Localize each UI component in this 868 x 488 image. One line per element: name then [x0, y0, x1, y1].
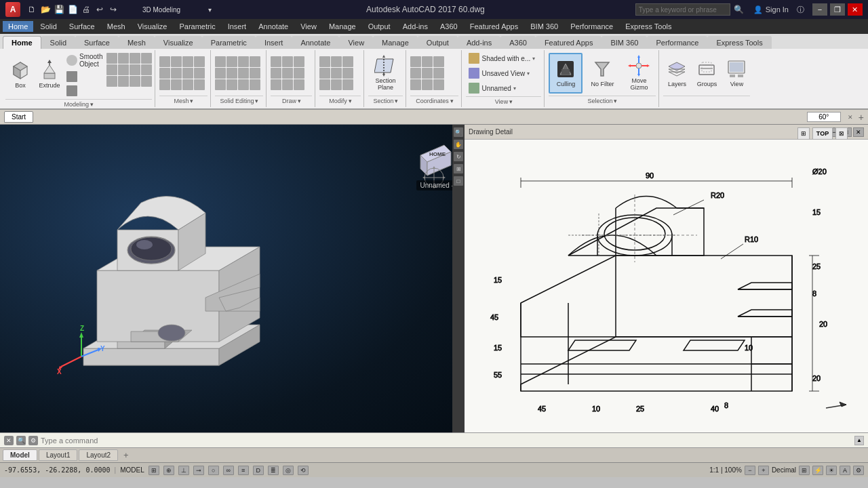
solid-editing-label[interactable]: Solid Editing ▾: [215, 96, 263, 106]
print-button[interactable]: 🖨: [80, 3, 92, 16]
tab-performance[interactable]: Performance: [647, 36, 707, 49]
menu-output[interactable]: Output: [363, 21, 396, 32]
tab-surface[interactable]: Surface: [75, 36, 119, 49]
snap-toggle[interactable]: ⊕: [163, 466, 174, 475]
menu-manage[interactable]: Manage: [323, 21, 361, 32]
mesh-btn-3[interactable]: [182, 56, 193, 67]
annotate-scale[interactable]: A: [840, 466, 850, 475]
drawing-top-label[interactable]: TOP: [812, 127, 833, 140]
shaded-view-button[interactable]: Shaded with e... ▾: [466, 52, 540, 65]
tab-output[interactable]: Output: [418, 36, 458, 49]
se-btn-1[interactable]: [215, 56, 226, 67]
otrack-toggle[interactable]: ∞: [223, 466, 234, 475]
saveas-button[interactable]: 📄: [66, 3, 79, 16]
menu-performance[interactable]: Performance: [565, 21, 618, 32]
redo-button[interactable]: ↪: [107, 3, 119, 16]
se-btn-6[interactable]: [226, 68, 237, 79]
menu-a360[interactable]: A360: [435, 21, 463, 32]
undo-button[interactable]: ↩: [94, 3, 106, 16]
move-gizmo-button[interactable]: MoveGizmo: [622, 53, 656, 94]
menu-surface[interactable]: Surface: [64, 21, 100, 32]
unnamed-dropdown[interactable]: ▾: [513, 85, 516, 92]
tab-addins[interactable]: Add-ins: [458, 36, 500, 49]
command-input[interactable]: [41, 436, 852, 445]
se-btn-11[interactable]: [238, 79, 249, 90]
hardware-icon[interactable]: ⚡: [812, 466, 823, 475]
mod-btn-7[interactable]: [319, 79, 330, 90]
se-btn-12[interactable]: [250, 79, 260, 90]
coord-btn-7[interactable]: [410, 79, 421, 90]
viewport-drawing[interactable]: Drawing Detail − □ ✕ ⊞ TOP ⊠: [465, 125, 868, 432]
units-label[interactable]: Decimal: [772, 466, 796, 474]
mesh-btn-1[interactable]: [159, 56, 170, 67]
menu-view[interactable]: View: [295, 21, 322, 32]
section-group-label[interactable]: Section ▾: [368, 96, 403, 106]
restore-button[interactable]: ❐: [830, 3, 845, 16]
tab-bim360[interactable]: BIM 360: [601, 36, 647, 49]
angle-input[interactable]: [807, 112, 841, 122]
mod-btn-9[interactable]: [342, 79, 353, 90]
mesh-btn-2[interactable]: [171, 56, 182, 67]
mesh-btn-10[interactable]: [171, 79, 182, 90]
draw-btn-6[interactable]: [294, 68, 304, 79]
window-btn[interactable]: □: [454, 176, 463, 186]
tab-manage[interactable]: Manage: [373, 36, 418, 49]
modify-group-label[interactable]: Modify ▾: [319, 96, 361, 106]
dyn-toggle[interactable]: D: [253, 466, 264, 475]
workspace-icon[interactable]: ⚙: [853, 466, 864, 475]
menu-annotate[interactable]: Annotate: [253, 21, 294, 32]
osnap-toggle[interactable]: ○: [208, 466, 219, 475]
layers-button[interactable]: Layers: [663, 53, 690, 94]
tab-annotate[interactable]: Annotate: [292, 36, 339, 49]
transparency-toggle[interactable]: ◎: [283, 466, 294, 475]
layout1-tab[interactable]: Layout1: [39, 449, 78, 461]
mesh-btn-7[interactable]: [182, 68, 193, 79]
extrude-button[interactable]: Extrude: [37, 55, 62, 94]
culling-button[interactable]: Culling: [549, 53, 583, 94]
grid-btn-6[interactable]: [118, 64, 129, 75]
draw-btn-4[interactable]: [271, 68, 281, 79]
cmd-close-icon[interactable]: ✕: [4, 436, 14, 445]
minimize-button[interactable]: −: [812, 3, 827, 16]
model-tool3[interactable]: [64, 84, 105, 98]
tab-home[interactable]: Home: [3, 36, 41, 49]
menu-featured[interactable]: Featured Apps: [465, 21, 524, 32]
menu-solid[interactable]: Solid: [35, 21, 62, 32]
polar-toggle[interactable]: ⊸: [193, 466, 204, 475]
menu-mesh[interactable]: Mesh: [102, 21, 131, 32]
no-filter-button[interactable]: No Filter: [585, 53, 619, 94]
layout-add-button[interactable]: +: [119, 449, 133, 462]
menu-home[interactable]: Home: [3, 21, 33, 32]
drawing-ctrl-2[interactable]: ⊠: [835, 127, 848, 140]
pan-btn[interactable]: ✋: [454, 140, 463, 149]
tab-visualize[interactable]: Visualize: [155, 36, 202, 49]
coord-btn-9[interactable]: [433, 79, 444, 90]
scale-plus[interactable]: +: [758, 466, 769, 475]
draw-btn-9[interactable]: [294, 79, 304, 90]
mod-btn-8[interactable]: [331, 79, 342, 90]
draw-btn-5[interactable]: [282, 68, 293, 79]
mesh-btn-9[interactable]: [159, 79, 170, 90]
tab-parametric[interactable]: Parametric: [202, 36, 256, 49]
se-btn-3[interactable]: [238, 56, 249, 67]
coord-btn-4[interactable]: [410, 68, 421, 79]
save-button[interactable]: 💾: [53, 3, 65, 16]
coord-btn-3[interactable]: [433, 56, 444, 67]
grid-btn-4[interactable]: [141, 53, 152, 64]
se-btn-8[interactable]: [250, 68, 260, 79]
navigation-cube[interactable]: HOME: [410, 131, 458, 179]
menu-parametric[interactable]: Parametric: [174, 21, 220, 32]
se-btn-2[interactable]: [226, 56, 237, 67]
unsaved-dropdown[interactable]: ▾: [527, 70, 530, 77]
grid-btn-2[interactable]: [118, 53, 129, 64]
smooth-object-button[interactable]: SmoothObject: [64, 52, 105, 69]
info-icon[interactable]: ⓘ: [797, 5, 804, 15]
orbit-btn[interactable]: ↻: [454, 152, 463, 161]
mod-btn-1[interactable]: [319, 56, 330, 67]
tab-featured[interactable]: Featured Apps: [536, 36, 602, 49]
sign-in-label[interactable]: Sign In: [766, 5, 789, 14]
search-input[interactable]: [635, 3, 730, 16]
tab-a360[interactable]: A360: [500, 36, 536, 49]
drawing-ctrl-1[interactable]: ⊞: [797, 127, 810, 140]
se-btn-9[interactable]: [215, 79, 226, 90]
